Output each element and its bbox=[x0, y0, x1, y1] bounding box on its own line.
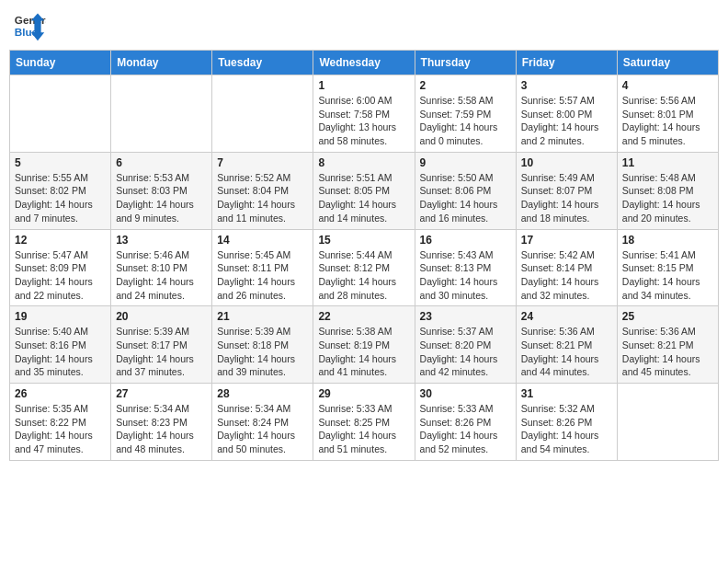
day-number: 15 bbox=[318, 234, 409, 247]
page-header: General Blue bbox=[9, 9, 719, 42]
day-info: Sunrise: 5:32 AMSunset: 8:26 PMDaylight:… bbox=[521, 402, 612, 456]
day-number: 20 bbox=[116, 310, 207, 323]
logo: General Blue bbox=[13, 9, 46, 42]
logo-icon: General Blue bbox=[13, 9, 46, 42]
calendar-week-row: 12Sunrise: 5:47 AMSunset: 8:09 PMDayligh… bbox=[10, 229, 719, 306]
day-info: Sunrise: 5:56 AMSunset: 8:01 PMDaylight:… bbox=[622, 94, 713, 148]
day-number: 12 bbox=[15, 234, 106, 247]
day-number: 2 bbox=[420, 79, 511, 92]
day-info: Sunrise: 5:34 AMSunset: 8:24 PMDaylight:… bbox=[217, 402, 308, 456]
day-number: 22 bbox=[318, 310, 409, 323]
day-info: Sunrise: 5:47 AMSunset: 8:09 PMDaylight:… bbox=[15, 248, 106, 303]
day-number: 8 bbox=[318, 156, 409, 169]
calendar-cell: 29Sunrise: 5:33 AMSunset: 8:25 PMDayligh… bbox=[313, 384, 415, 461]
day-number: 21 bbox=[217, 310, 308, 323]
day-number: 16 bbox=[420, 234, 511, 247]
calendar-week-row: 19Sunrise: 5:40 AMSunset: 8:16 PMDayligh… bbox=[10, 306, 719, 384]
day-info: Sunrise: 5:41 AMSunset: 8:15 PMDaylight:… bbox=[622, 248, 713, 303]
day-info: Sunrise: 5:37 AMSunset: 8:20 PMDaylight:… bbox=[420, 325, 511, 379]
calendar-cell: 10Sunrise: 5:49 AMSunset: 8:07 PMDayligh… bbox=[516, 152, 617, 229]
calendar-cell: 5Sunrise: 5:55 AMSunset: 8:02 PMDaylight… bbox=[10, 152, 111, 229]
weekday-header: Sunday bbox=[10, 51, 111, 75]
calendar-cell: 22Sunrise: 5:38 AMSunset: 8:19 PMDayligh… bbox=[313, 306, 415, 384]
day-info: Sunrise: 5:46 AMSunset: 8:10 PMDaylight:… bbox=[116, 248, 207, 303]
calendar-cell: 6Sunrise: 5:53 AMSunset: 8:03 PMDaylight… bbox=[111, 152, 212, 229]
calendar-cell: 17Sunrise: 5:42 AMSunset: 8:14 PMDayligh… bbox=[516, 229, 617, 306]
calendar-cell: 24Sunrise: 5:36 AMSunset: 8:21 PMDayligh… bbox=[516, 306, 617, 384]
weekday-header: Friday bbox=[516, 51, 617, 75]
calendar-cell bbox=[617, 384, 718, 461]
day-info: Sunrise: 5:44 AMSunset: 8:12 PMDaylight:… bbox=[318, 248, 409, 303]
calendar-cell: 27Sunrise: 5:34 AMSunset: 8:23 PMDayligh… bbox=[111, 384, 212, 461]
calendar-cell: 13Sunrise: 5:46 AMSunset: 8:10 PMDayligh… bbox=[111, 229, 212, 306]
calendar-cell: 26Sunrise: 5:35 AMSunset: 8:22 PMDayligh… bbox=[10, 384, 111, 461]
calendar-cell: 8Sunrise: 5:51 AMSunset: 8:05 PMDaylight… bbox=[313, 152, 415, 229]
day-info: Sunrise: 5:34 AMSunset: 8:23 PMDaylight:… bbox=[116, 402, 207, 456]
day-number: 24 bbox=[521, 310, 612, 323]
calendar: SundayMondayTuesdayWednesdayThursdayFrid… bbox=[9, 50, 719, 461]
day-info: Sunrise: 5:51 AMSunset: 8:05 PMDaylight:… bbox=[318, 171, 409, 225]
day-number: 4 bbox=[622, 79, 713, 92]
calendar-cell: 14Sunrise: 5:45 AMSunset: 8:11 PMDayligh… bbox=[212, 229, 313, 306]
calendar-cell: 25Sunrise: 5:36 AMSunset: 8:21 PMDayligh… bbox=[617, 306, 718, 384]
day-number: 26 bbox=[15, 387, 106, 400]
day-info: Sunrise: 5:40 AMSunset: 8:16 PMDaylight:… bbox=[15, 325, 106, 379]
calendar-cell: 12Sunrise: 5:47 AMSunset: 8:09 PMDayligh… bbox=[10, 229, 111, 306]
day-number: 19 bbox=[15, 310, 106, 323]
day-info: Sunrise: 5:58 AMSunset: 7:59 PMDaylight:… bbox=[420, 94, 511, 148]
calendar-cell: 23Sunrise: 5:37 AMSunset: 8:20 PMDayligh… bbox=[415, 306, 516, 384]
calendar-cell: 21Sunrise: 5:39 AMSunset: 8:18 PMDayligh… bbox=[212, 306, 313, 384]
weekday-header: Tuesday bbox=[212, 51, 313, 75]
day-info: Sunrise: 5:33 AMSunset: 8:25 PMDaylight:… bbox=[318, 402, 409, 456]
day-info: Sunrise: 5:52 AMSunset: 8:04 PMDaylight:… bbox=[217, 171, 308, 225]
day-info: Sunrise: 5:33 AMSunset: 8:26 PMDaylight:… bbox=[420, 402, 511, 456]
day-info: Sunrise: 5:57 AMSunset: 8:00 PMDaylight:… bbox=[521, 94, 612, 148]
calendar-cell: 4Sunrise: 5:56 AMSunset: 8:01 PMDaylight… bbox=[617, 75, 718, 153]
calendar-cell: 3Sunrise: 5:57 AMSunset: 8:00 PMDaylight… bbox=[516, 75, 617, 153]
calendar-cell: 20Sunrise: 5:39 AMSunset: 8:17 PMDayligh… bbox=[111, 306, 212, 384]
calendar-cell: 7Sunrise: 5:52 AMSunset: 8:04 PMDaylight… bbox=[212, 152, 313, 229]
day-info: Sunrise: 5:38 AMSunset: 8:19 PMDaylight:… bbox=[318, 325, 409, 379]
day-number: 30 bbox=[420, 387, 511, 400]
day-number: 13 bbox=[116, 234, 207, 247]
weekday-header: Saturday bbox=[617, 51, 718, 75]
weekday-header: Thursday bbox=[415, 51, 516, 75]
calendar-cell: 28Sunrise: 5:34 AMSunset: 8:24 PMDayligh… bbox=[212, 384, 313, 461]
day-info: Sunrise: 5:53 AMSunset: 8:03 PMDaylight:… bbox=[116, 171, 207, 225]
calendar-week-row: 1Sunrise: 6:00 AMSunset: 7:58 PMDaylight… bbox=[10, 75, 719, 153]
weekday-header: Monday bbox=[111, 51, 212, 75]
calendar-cell: 9Sunrise: 5:50 AMSunset: 8:06 PMDaylight… bbox=[415, 152, 516, 229]
day-number: 1 bbox=[318, 79, 409, 92]
calendar-cell bbox=[10, 75, 111, 153]
calendar-cell: 16Sunrise: 5:43 AMSunset: 8:13 PMDayligh… bbox=[415, 229, 516, 306]
calendar-cell: 11Sunrise: 5:48 AMSunset: 8:08 PMDayligh… bbox=[617, 152, 718, 229]
day-number: 29 bbox=[318, 387, 409, 400]
calendar-cell: 19Sunrise: 5:40 AMSunset: 8:16 PMDayligh… bbox=[10, 306, 111, 384]
day-number: 28 bbox=[217, 387, 308, 400]
calendar-cell: 15Sunrise: 5:44 AMSunset: 8:12 PMDayligh… bbox=[313, 229, 415, 306]
day-info: Sunrise: 6:00 AMSunset: 7:58 PMDaylight:… bbox=[318, 94, 409, 148]
calendar-cell: 18Sunrise: 5:41 AMSunset: 8:15 PMDayligh… bbox=[617, 229, 718, 306]
calendar-cell: 30Sunrise: 5:33 AMSunset: 8:26 PMDayligh… bbox=[415, 384, 516, 461]
day-number: 31 bbox=[521, 387, 612, 400]
day-number: 3 bbox=[521, 79, 612, 92]
day-info: Sunrise: 5:36 AMSunset: 8:21 PMDaylight:… bbox=[521, 325, 612, 379]
calendar-cell: 2Sunrise: 5:58 AMSunset: 7:59 PMDaylight… bbox=[415, 75, 516, 153]
calendar-cell bbox=[111, 75, 212, 153]
day-info: Sunrise: 5:55 AMSunset: 8:02 PMDaylight:… bbox=[15, 171, 106, 225]
day-info: Sunrise: 5:50 AMSunset: 8:06 PMDaylight:… bbox=[420, 171, 511, 225]
day-info: Sunrise: 5:39 AMSunset: 8:17 PMDaylight:… bbox=[116, 325, 207, 379]
day-info: Sunrise: 5:42 AMSunset: 8:14 PMDaylight:… bbox=[521, 248, 612, 303]
weekday-header-row: SundayMondayTuesdayWednesdayThursdayFrid… bbox=[10, 51, 719, 75]
calendar-week-row: 26Sunrise: 5:35 AMSunset: 8:22 PMDayligh… bbox=[10, 384, 719, 461]
day-number: 27 bbox=[116, 387, 207, 400]
day-number: 10 bbox=[521, 156, 612, 169]
calendar-week-row: 5Sunrise: 5:55 AMSunset: 8:02 PMDaylight… bbox=[10, 152, 719, 229]
day-info: Sunrise: 5:49 AMSunset: 8:07 PMDaylight:… bbox=[521, 171, 612, 225]
day-number: 11 bbox=[622, 156, 713, 169]
calendar-cell: 1Sunrise: 6:00 AMSunset: 7:58 PMDaylight… bbox=[313, 75, 415, 153]
day-info: Sunrise: 5:36 AMSunset: 8:21 PMDaylight:… bbox=[622, 325, 713, 379]
day-info: Sunrise: 5:48 AMSunset: 8:08 PMDaylight:… bbox=[622, 171, 713, 225]
day-number: 18 bbox=[622, 234, 713, 247]
day-number: 9 bbox=[420, 156, 511, 169]
